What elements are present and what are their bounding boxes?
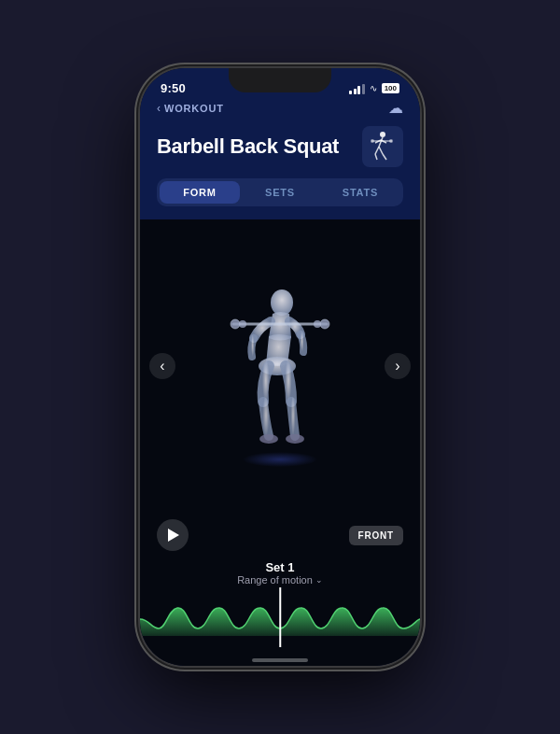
exercise-figure-icon [366,130,399,163]
wifi-icon: ∿ [370,83,377,93]
exercise-title: Barbell Back Squat [157,134,339,159]
back-label[interactable]: WORKOUT [164,103,224,114]
exercise-thumbnail[interactable] [362,126,403,167]
animation-area: ‹ › [140,219,420,512]
cloud-button[interactable]: ☁ [388,99,403,117]
svg-line-1 [379,137,383,147]
svg-point-12 [271,289,293,316]
exercise-header: Barbell Back Squat [157,126,403,167]
play-icon [168,529,179,542]
status-icons: ∿ 100 [349,83,399,94]
svg-point-0 [380,132,385,137]
battery-icon: 100 [382,83,399,93]
svg-line-4 [375,147,379,154]
prev-arrow-icon: ‹ [160,359,164,374]
home-bar [252,658,308,662]
svg-line-5 [375,154,377,160]
svg-point-18 [320,319,329,329]
phone-screen: 9:50 ∿ 100 ‹ [140,68,420,666]
svg-point-15 [286,434,304,444]
svg-point-19 [239,320,246,328]
phone-frame: 9:50 ∿ 100 ‹ [140,68,420,666]
squat-figure-3d [215,263,345,469]
cloud-icon: ☁ [388,100,403,116]
svg-line-7 [383,154,386,160]
tab-sets[interactable]: SETS [240,181,320,204]
status-time: 9:50 [161,81,186,95]
svg-point-17 [231,319,240,329]
home-indicator [140,647,420,666]
controls-area: FRONT [140,512,420,557]
back-navigation[interactable]: ‹ WORKOUT ☁ [157,99,403,117]
tabs-container: FORM SETS STATS [157,178,403,206]
playhead [279,587,281,647]
next-arrow-button[interactable]: › [385,353,411,379]
svg-point-10 [389,139,393,143]
notch [229,68,331,92]
dropdown-chevron-icon: ⌄ [315,575,323,585]
svg-line-6 [379,147,383,154]
svg-point-20 [314,320,321,328]
waveform-area[interactable] [140,587,420,647]
set-label: Set 1 [157,560,403,574]
next-arrow-icon: › [395,359,399,374]
tab-form[interactable]: FORM [160,181,240,204]
back-chevron-icon: ‹ [157,102,161,115]
figure-container [205,254,355,478]
svg-point-14 [259,434,278,444]
svg-point-9 [371,139,374,143]
set-info: Set 1 Range of motion ⌄ [140,557,420,587]
svg-point-11 [243,452,317,467]
play-button[interactable] [157,519,189,551]
header: ‹ WORKOUT ☁ Barbell Back Squat [140,99,420,219]
prev-arrow-button[interactable]: ‹ [149,353,175,379]
signal-icon [349,83,365,94]
range-of-motion-label[interactable]: Range of motion ⌄ [157,574,403,586]
view-badge[interactable]: FRONT [349,526,403,545]
tab-stats[interactable]: STATS [320,181,400,204]
